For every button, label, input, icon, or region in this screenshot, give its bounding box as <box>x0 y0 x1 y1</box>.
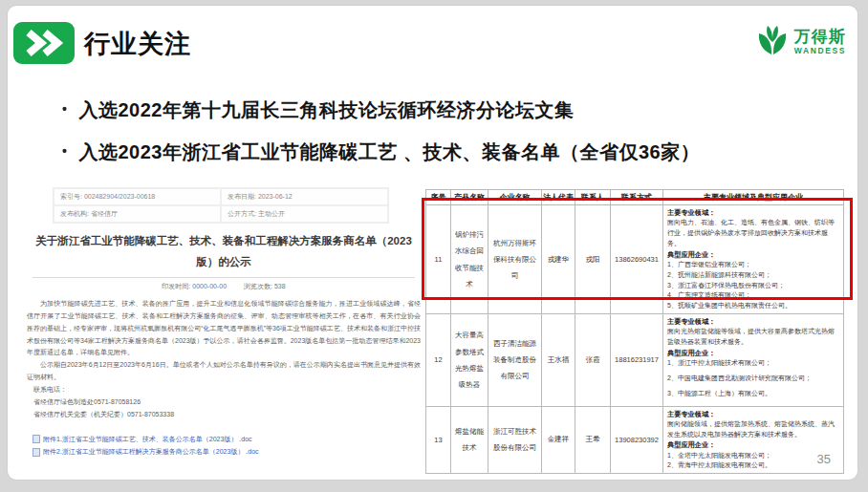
cell-product: 锅炉排污水综合回收节能技术 <box>451 205 488 314</box>
bullet-item-2: • 入选2023年浙江省工业节能降碳工艺 、技术、装备名单（全省仅36家） <box>62 139 700 165</box>
bullet-marker: • <box>62 143 67 159</box>
cell-product: 大容量高参数塔式光热熔盐吸热器 <box>451 314 488 407</box>
client-item: 1、广西华银铝业有限公司； <box>667 260 839 270</box>
page-title: 行业关注 <box>84 27 191 61</box>
cell-company: 浙江可胜技术股份有限公司 <box>488 406 542 474</box>
domain-text: 面向电力、石油、化工、造纸、有色金属、钢铁、纺织等行业，提供锅炉余热废水零排放回… <box>667 218 839 249</box>
header-cell-legal-rep: 法人代表 <box>542 190 575 205</box>
doc-print-meta: 印发时间: 0000-00-00 浏览次数: 538 <box>27 282 421 291</box>
client-item: 2、青海中控太阳能发电有限公司。 <box>667 460 839 471</box>
vendors-table: 序号 产品名称 企业名称 法人代表 联系人 联系方式 主要专业领域及典型应用企业… <box>425 189 844 474</box>
attachment-link-2[interactable]: 附件2.浙江省工业节能降碳工程解决方案服务商公示名单（2023版） .doc <box>33 445 421 458</box>
cell-no: 11 <box>426 205 451 314</box>
client-item: 3、浙江富春江环保热电股份有限公司； <box>667 281 839 291</box>
table-row: 11 锅炉排污水综合回收节能技术 杭州万得斯环保科技有限公司 戎建华 戎阳 13… <box>426 205 844 314</box>
header-cell-contact: 联系人 <box>575 190 611 205</box>
table-header-row: 序号 产品名称 企业名称 法人代表 联系人 联系方式 主要专业领域及典型应用企业 <box>426 190 844 205</box>
client-item: 2、抚州能洁新能源科技有限公司； <box>667 270 839 281</box>
domain-label: 主要专业领域： <box>667 409 839 419</box>
doc-paragraph: 省经信厅机关党委（机关纪委）0571-87053338 <box>27 409 421 421</box>
cell-no: 12 <box>426 314 451 407</box>
cell-legal-rep: 戎建华 <box>542 205 575 314</box>
attachment-label: 附件2.浙江省工业节能降碳工程解决方案服务商公示名单（2023版） .doc <box>43 445 259 458</box>
doc-attachments: 附件1.浙江省工业节能降碳工艺、技术、装备公示名单（2023版） .doc 附件… <box>33 433 421 459</box>
cell-domain: 主要专业领域： 面向电力、石油、化工、造纸、有色金属、钢铁、纺织等行业，提供锅炉… <box>663 205 844 314</box>
cell-contact: 戎阳 <box>575 205 611 314</box>
doc-paragraph: 为加快节能降碳先进工艺、技术、装备的推广应用，提升工业和信息化领域节能降碳综合服… <box>27 298 421 360</box>
leaf-icon <box>755 23 790 61</box>
slide-canvas: 行业关注 万得斯 WANDESS • 入选2022年第十九届长三角科技论坛循环经… <box>0 0 868 492</box>
cell-phone: 18816231917 <box>611 314 663 407</box>
table-row: 12 大容量高参数塔式光热熔盐吸热器 西子清洁能源装备制造股份有限公司 王水福 … <box>426 314 844 407</box>
client-item: 3、中能源工程（上海）有限公司。 <box>667 389 839 399</box>
clients-label: 典型应用企业： <box>667 348 839 358</box>
table-row: 13 熔盐储能技术 浙江可胜技术股份有限公司 金建祥 王希 1390823039… <box>426 406 844 474</box>
doc-paragraph: 联系电话： <box>27 384 421 396</box>
domain-text: 面向储能领域，提供熔盐加热系统、熔盐储热系统、蒸汽发生系统以及电加热器解决方案和… <box>667 419 839 440</box>
slide: 行业关注 万得斯 WANDESS • 入选2022年第十九届长三角科技论坛循环经… <box>8 6 857 480</box>
bullet-text: 入选2023年浙江省工业节能降碳工艺 、技术、装备名单（全省仅36家） <box>78 139 700 165</box>
cell-company: 杭州万得斯环保科技有限公司 <box>488 205 542 314</box>
wandess-logo: 万得斯 WANDESS <box>755 23 846 61</box>
header-cell-domain: 主要专业领域及典型应用企业 <box>663 190 844 205</box>
domain-label: 主要专业领域： <box>667 316 839 327</box>
doc-paragraph: 省经信厅绿色制造处0571-87058126 <box>27 396 421 409</box>
cell-phone: 13862690431 <box>611 205 663 314</box>
bullet-item-1: • 入选2022年第十九届长三角科技论坛循环经济分论坛文集 <box>62 97 574 123</box>
client-item: 2、中国电建集团西北勘测设计研究院有限公司； <box>667 374 839 384</box>
cell-company: 西子清洁能源装备制造股份有限公司 <box>488 314 542 407</box>
doc-print-time: 印发时间: 0000-00-00 <box>162 282 227 291</box>
document-preview: 索引号: 002482904/2023-00618 发布日期: 2023-06-… <box>27 187 421 428</box>
doc-title: 关于浙江省工业节能降碳工艺、技术、装备和工程解决方案服务商名单（2023版）的公… <box>27 231 421 273</box>
doc-meta-method: 公开方式: 主动公开 <box>221 205 388 223</box>
doc-meta-grid: 索引号: 002482904/2023-00618 发布日期: 2023-06-… <box>53 187 389 224</box>
cell-product: 熔盐储能技术 <box>451 406 488 474</box>
attachment-label: 附件1.浙江省工业节能降碳工艺、技术、装备公示名单（2023版） .doc <box>43 433 252 445</box>
doc-meta-agency: 发布机构: 省经信厅 <box>54 205 221 223</box>
doc-meta-index: 索引号: 002482904/2023-00618 <box>54 188 221 205</box>
logo-latin: WANDESS <box>794 47 846 55</box>
clients-label: 典型应用企业： <box>667 249 839 260</box>
logo-name: 万得斯 <box>794 29 846 45</box>
header-cell-no: 序号 <box>426 190 451 205</box>
bullet-marker: • <box>62 101 67 117</box>
doc-divider <box>33 277 415 278</box>
client-item: 1、浙江中控太阳能技术有限公司； <box>667 358 839 369</box>
cell-legal-rep: 王水福 <box>542 314 575 407</box>
cell-legal-rep: 金建祥 <box>542 406 575 474</box>
doc-file-icon <box>33 435 40 443</box>
client-item: 4、广东理文造纸有限公司； <box>667 290 839 301</box>
doc-meta-date: 发布日期: 2023-06-12 <box>221 188 388 205</box>
page-number: 35 <box>817 452 831 466</box>
attachment-link-1[interactable]: 附件1.浙江省工业节能降碳工艺、技术、装备公示名单（2023版） .doc <box>33 433 421 445</box>
domain-text: 面向光热熔盐储能等领域，提供大容量高参数塔式光热熔盐吸热器装置和技术服务。 <box>667 327 839 348</box>
header-cell-company: 企业名称 <box>488 190 542 205</box>
doc-paragraph: 公示期自2023年6月12日至2023年6月16日。单位或者个人如对公示名单持有… <box>27 359 421 384</box>
doc-body: 为加快节能降碳先进工艺、技术、装备的推广应用，提升工业和信息化领域节能降碳综合服… <box>27 298 421 421</box>
double-chevron-icon <box>13 22 75 64</box>
bullet-text: 入选2022年第十九届长三角科技论坛循环经济分论坛文集 <box>78 97 574 123</box>
client-item: 1、金塔中光太阳能发电有限公司； <box>667 451 839 461</box>
client-item: 5、抚顺矿业集团中机热电有限责任公司。 <box>667 301 839 311</box>
cell-contact: 王希 <box>575 406 611 474</box>
domain-label: 主要专业领域： <box>667 207 839 218</box>
doc-file-icon <box>33 448 40 457</box>
cell-contact: 张霞 <box>575 314 611 407</box>
clients-label: 典型应用企业： <box>667 439 839 450</box>
doc-view-count: 浏览次数: 538 <box>244 282 286 291</box>
cell-no: 13 <box>426 406 451 474</box>
cell-phone: 13908230392 <box>611 406 663 474</box>
cell-domain: 主要专业领域： 面向光热熔盐储能等领域，提供大容量高参数塔式光热熔盐吸热器装置和… <box>663 314 844 407</box>
header-cell-phone: 联系方式 <box>611 190 663 205</box>
header-cell-product: 产品名称 <box>451 190 488 205</box>
